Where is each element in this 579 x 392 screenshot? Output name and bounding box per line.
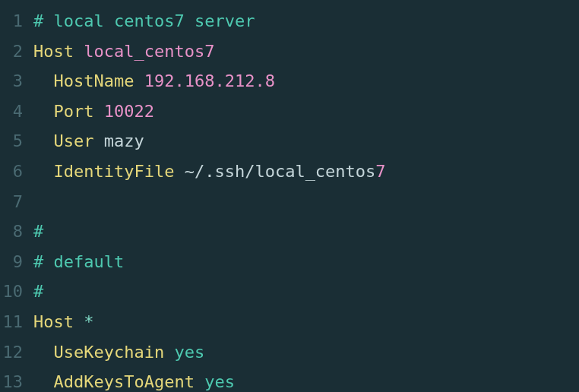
token: [33, 343, 54, 362]
line-number: 12: [0, 337, 33, 368]
line-number: 8: [0, 217, 33, 247]
code-line: 7: [0, 187, 579, 217]
line-number: 6: [0, 156, 33, 187]
code-line: 9# default: [0, 247, 579, 277]
code-content: Port 10022: [33, 96, 579, 127]
token: HostName: [54, 71, 144, 90]
code-content: User mazy: [33, 126, 579, 156]
token: yes: [204, 372, 235, 391]
line-number: 13: [0, 367, 33, 392]
token: 192.168.212.8: [144, 71, 275, 90]
token: [33, 162, 54, 181]
line-number: 2: [0, 36, 33, 67]
token: AddKeysToAgent: [54, 372, 205, 391]
token: [33, 131, 54, 150]
code-line: 11Host *: [0, 307, 579, 337]
token: 10022: [104, 102, 154, 121]
code-content: HostName 192.168.212.8: [33, 66, 579, 96]
token: # local centos7 server: [33, 11, 255, 30]
token: User: [54, 131, 104, 150]
token: 7: [375, 162, 385, 181]
line-number: 3: [0, 66, 33, 96]
code-line: 5 User mazy: [0, 126, 579, 156]
line-number: 11: [0, 307, 33, 337]
code-content: # default: [33, 247, 579, 277]
code-content: IdentityFile ~/.ssh/local_centos7: [33, 156, 579, 187]
line-number: 10: [0, 277, 33, 307]
token: IdentityFile: [54, 162, 185, 181]
code-content: [33, 187, 579, 217]
token: [33, 71, 54, 90]
token: mazy: [104, 131, 144, 150]
token: # default: [33, 252, 124, 271]
token: #: [33, 282, 43, 301]
line-number: 7: [0, 187, 33, 217]
code-line: 13 AddKeysToAgent yes: [0, 367, 579, 392]
token: ~/.ssh/local_centos: [185, 162, 376, 181]
code-content: AddKeysToAgent yes: [33, 367, 579, 392]
token: Host: [33, 42, 84, 61]
code-line: 6 IdentityFile ~/.ssh/local_centos7: [0, 156, 579, 187]
token: UseKeychain: [54, 343, 175, 362]
line-number: 9: [0, 247, 33, 277]
code-editor[interactable]: 1# local centos7 server2Host local_cento…: [0, 6, 579, 392]
code-content: #: [33, 217, 579, 247]
token: Port: [54, 102, 104, 121]
code-line: 3 HostName 192.168.212.8: [0, 66, 579, 96]
code-line: 2Host local_centos7: [0, 36, 579, 67]
token: #: [33, 222, 43, 241]
token: [33, 102, 54, 121]
code-line: 10#: [0, 277, 579, 307]
token: *: [84, 312, 93, 331]
line-number: 4: [0, 96, 33, 127]
code-content: Host local_centos7: [33, 36, 579, 67]
line-number: 1: [0, 6, 33, 36]
token: local_centos7: [84, 42, 214, 61]
code-line: 4 Port 10022: [0, 96, 579, 127]
code-content: #: [33, 277, 579, 307]
code-line: 8#: [0, 217, 579, 247]
token: [33, 372, 54, 391]
code-line: 12 UseKeychain yes: [0, 337, 579, 368]
token: Host: [33, 312, 84, 331]
code-content: # local centos7 server: [33, 6, 579, 36]
line-number: 5: [0, 126, 33, 156]
token: yes: [174, 343, 204, 362]
code-content: Host *: [33, 307, 579, 337]
code-content: UseKeychain yes: [33, 337, 579, 368]
code-line: 1# local centos7 server: [0, 6, 579, 36]
